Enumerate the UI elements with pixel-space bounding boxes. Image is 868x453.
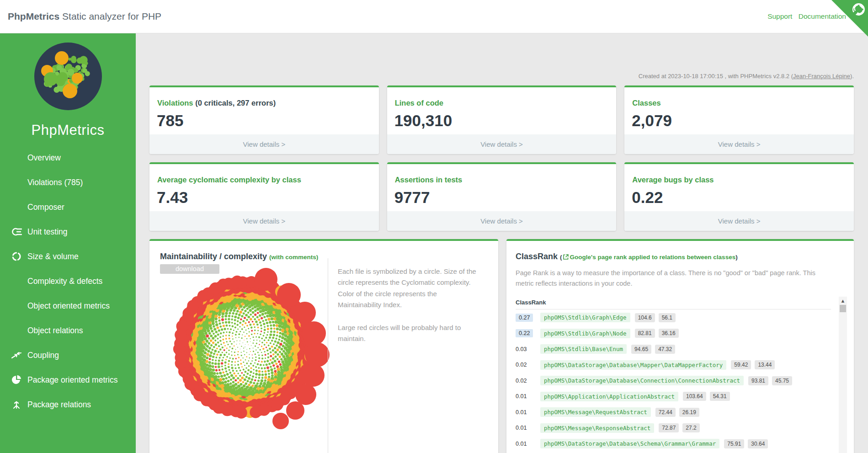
table-row: 0.03 phpOMS\Stdlib\Base\Enum 94.65 47.32 — [516, 341, 831, 357]
sidebar-item-overview[interactable]: Overview — [0, 145, 136, 170]
metric-badge: 72.44 — [655, 408, 676, 417]
class-link[interactable]: phpOMS\DataStorage\Database\Schema\Gramm… — [540, 439, 719, 448]
card-value: 0.22 — [632, 188, 854, 207]
view-details-link[interactable]: View details > — [149, 211, 379, 231]
class-link[interactable]: phpOMS\DataStorage\Database\Mapper\DataM… — [540, 360, 726, 370]
view-details-link[interactable]: View details > — [387, 211, 617, 231]
scrollbar-thumb[interactable] — [840, 305, 846, 312]
classrank-title: ClassRank (Google's page rank applied to… — [516, 241, 845, 261]
view-details-link[interactable]: View details > — [387, 134, 617, 154]
external-link-icon — [563, 254, 569, 260]
phpmetrics-logo[interactable] — [34, 43, 102, 110]
logo-bubble-icon — [34, 43, 102, 110]
support-link[interactable]: Support — [767, 12, 792, 20]
author-link[interactable]: Jean-François Lépine — [793, 73, 850, 80]
sidebar-item-size-volume[interactable]: Size & volume — [0, 244, 136, 269]
rank-badge: 0.22 — [516, 330, 540, 336]
app-brand: PhpMetrics Static analyzer for PHP — [8, 11, 161, 22]
branch-arrow-icon — [11, 400, 22, 410]
view-details-link[interactable]: View details > — [149, 134, 379, 154]
class-link[interactable]: phpOMS\Message\RequestAbstract — [540, 407, 651, 417]
maintainability-description: Each file is symbolized by a circle. Siz… — [338, 266, 477, 345]
vertical-divider — [328, 258, 328, 453]
sidebar-item-object-oriented-metrics[interactable]: Object oriented metrics — [0, 293, 136, 318]
sidebar-item-violations[interactable]: Violations (785) — [0, 170, 136, 195]
maintainability-bubble-chart — [157, 266, 331, 432]
metric-badge: 13.44 — [755, 360, 775, 369]
metric-badge: 54.31 — [710, 392, 730, 401]
class-link[interactable]: phpOMS\Message\ResponseAbstract — [540, 423, 654, 433]
metric-badge: 45.75 — [772, 376, 792, 385]
sidebar-item-object-relations[interactable]: Object relations — [0, 318, 136, 343]
main-content: Created at 2023-10-18 17:00:15 , with PH… — [136, 33, 868, 453]
metric-badge: 59.42 — [731, 360, 751, 369]
class-link[interactable]: phpOMS\Application\ApplicationAbstract — [540, 392, 678, 401]
with-comments-label: (with comments) — [269, 254, 318, 261]
gauge-list-icon — [11, 227, 22, 237]
metric-badge: 56.1 — [659, 313, 676, 322]
table-row: 0.27 phpOMS\Stdlib\Graph\Edge 104.6 56.1 — [516, 309, 831, 325]
metric-badge: 93.81 — [748, 376, 768, 385]
metric-badge: 27.2 — [682, 423, 699, 432]
card-title: Lines of code — [395, 99, 617, 107]
brand-subtitle: Static analyzer for PHP — [59, 11, 161, 21]
scrollbar-up-arrow[interactable]: ▲ — [839, 297, 847, 304]
created-at-line: Created at 2023-10-18 17:00:15 , with PH… — [149, 73, 854, 81]
sidebar-item-coupling[interactable]: Coupling — [0, 343, 136, 368]
view-details-link[interactable]: View details > — [624, 211, 854, 231]
card-value: 190,310 — [394, 112, 617, 130]
table-row: 0.01 phpOMS\Message\RequestAbstract 72.4… — [516, 404, 831, 420]
metric-badge: 36.16 — [659, 329, 679, 338]
card-title: Violations (0 criticals, 297 errors) — [157, 99, 379, 107]
table-row: 0.01 phpOMS\Message\ResponseAbstract 72.… — [516, 420, 831, 436]
table-row: 0.22 phpOMS\Stdlib\Graph\Node 82.81 36.1… — [516, 325, 831, 341]
sidebar-title: PhpMetrics — [0, 122, 136, 139]
card-title: Average cyclomatic complexity by class — [157, 176, 379, 184]
card-title: Average bugs by class — [632, 176, 854, 184]
rank-value: 0.02 — [516, 362, 540, 368]
class-link[interactable]: phpOMS\Stdlib\Graph\Node — [540, 329, 630, 338]
card-title: Assertions in tests — [395, 176, 617, 184]
classrank-table-header: ClassRank — [516, 299, 831, 309]
card-lines-of-code: Lines of code 190,310 View details > — [387, 85, 617, 154]
class-link[interactable]: phpOMS\Stdlib\Graph\Edge — [540, 313, 630, 322]
metric-badge: 82.81 — [635, 329, 655, 338]
rank-value: 0.01 — [516, 393, 540, 400]
sidebar-item-unit-testing[interactable]: Unit testing — [0, 219, 136, 244]
sidebar-item-complexity-defects[interactable]: Complexity & defects — [0, 269, 136, 293]
classrank-info-link[interactable]: Google's page rank applied to relations … — [570, 254, 736, 261]
classrank-card: ClassRank (Google's page rank applied to… — [506, 239, 854, 453]
card-title: Classes — [632, 99, 854, 107]
class-link[interactable]: phpOMS\Stdlib\Base\Enum — [540, 344, 627, 354]
metric-badge: 26.19 — [679, 408, 699, 417]
rank-value: 0.01 — [516, 409, 540, 416]
view-details-link[interactable]: View details > — [624, 134, 854, 154]
arrows-icon — [11, 350, 22, 360]
sidebar-item-package-oriented-metrics[interactable]: Package oriented metrics — [0, 368, 136, 392]
sidebar: PhpMetrics Overview Violations (785) Com… — [0, 33, 136, 453]
rank-value: 0.01 — [516, 441, 540, 447]
metric-badge: 30.64 — [748, 439, 768, 448]
table-scrollbar[interactable]: ▲ — [839, 297, 847, 453]
brand-name: PhpMetrics — [8, 11, 59, 21]
table-row: 0.01 phpOMS\Application\ApplicationAbstr… — [516, 389, 831, 405]
metric-badge: 104.6 — [635, 313, 655, 322]
rank-value: 0.03 — [516, 346, 540, 352]
metric-badge: 103.64 — [683, 392, 706, 401]
class-link[interactable]: phpOMS\DataStorage\Database\Connection\C… — [540, 376, 744, 385]
bottom-cards-row: Maintainability / complexity (with comme… — [149, 239, 854, 453]
rank-badge: 0.27 — [516, 314, 540, 321]
pie-icon — [11, 375, 22, 385]
sidebar-item-composer[interactable]: Composer — [0, 195, 136, 219]
table-row: 0.01 phpOMS\DataStorage\Database\Schema\… — [516, 436, 831, 452]
card-value: 7.43 — [157, 188, 379, 207]
sidebar-item-package-relations[interactable]: Package relations — [0, 392, 136, 417]
maintainability-title: Maintainability / complexity (with comme… — [160, 252, 318, 261]
classrank-description: Page Rank is a way to measure the import… — [516, 268, 826, 289]
metric-badge: 75.91 — [724, 439, 744, 448]
metric-badge: 47.32 — [655, 345, 675, 354]
metric-cards-row-1: Violations (0 criticals, 297 errors) 785… — [149, 85, 854, 154]
segmented-circle-icon — [11, 251, 22, 261]
classrank-table: 0.27 phpOMS\Stdlib\Graph\Edge 104.6 56.1… — [516, 309, 831, 453]
rank-value: 0.02 — [516, 378, 540, 384]
